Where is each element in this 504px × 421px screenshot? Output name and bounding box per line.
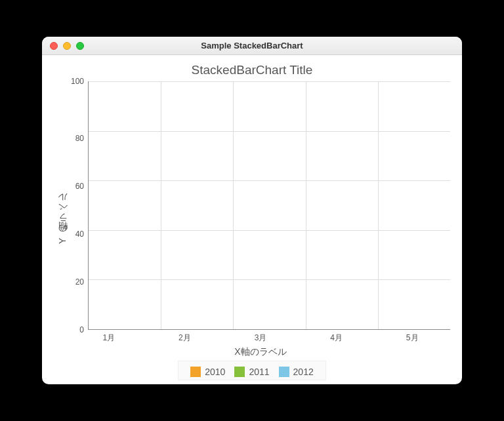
legend-item: 2011 [234,367,269,377]
gridline-v [306,81,306,329]
chart-area: StackedBarChart Title Y軸のラベル 10080604020… [42,55,462,384]
y-axis-label: Y軸のラベル [54,81,71,358]
x-tick: 5月 [382,332,442,344]
legend-swatch [234,367,245,377]
gridline-h [89,131,450,132]
legend-label: 2011 [249,367,269,377]
y-tick: 0 [71,325,84,334]
close-icon[interactable] [50,42,58,50]
chart-title: StackedBarChart Title [54,63,450,77]
bars-container [89,81,450,329]
legend: 201020112012 [178,361,326,380]
plot-wrap: Y軸のラベル 100806040200 1月2月3月4月5月 X軸のラベル [54,81,450,358]
y-tick: 80 [71,134,84,143]
x-axis-ticks: 1月2月3月4月5月 [71,330,450,345]
x-tick: 2月 [154,332,215,344]
y-tick: 60 [71,182,84,191]
window-title: Sample StackedBarChart [42,41,462,50]
y-tick: 40 [71,230,84,239]
legend-label: 2010 [205,367,225,377]
legend-label: 2012 [293,367,314,377]
plot-row: 100806040200 [71,81,450,330]
gridline-v [378,81,379,329]
gridline-v [233,81,234,329]
x-axis-label: X軸のラベル [71,345,450,358]
maximize-icon[interactable] [76,42,84,50]
window: Sample StackedBarChart StackedBarChart T… [42,37,462,384]
gridline-v [161,81,161,329]
gridline-h [89,279,450,280]
y-axis-ticks: 100806040200 [71,81,88,330]
y-tick: 20 [71,277,84,287]
y-tick: 100 [71,77,84,86]
x-tick: 3月 [230,332,291,344]
plot-col: 100806040200 1月2月3月4月5月 X軸のラベル [71,81,450,358]
minimize-icon[interactable] [63,42,71,50]
gridline-h [89,230,450,231]
legend-swatch [190,367,201,377]
gridline-h [89,81,450,82]
legend-item: 2012 [279,367,314,377]
x-tick: 4月 [306,332,366,344]
plot [88,81,450,330]
traffic-lights [42,42,84,50]
gridline-h [89,180,450,181]
legend-item: 2010 [190,367,225,377]
titlebar[interactable]: Sample StackedBarChart [42,37,462,55]
x-tick: 1月 [79,332,139,344]
legend-swatch [279,367,289,377]
